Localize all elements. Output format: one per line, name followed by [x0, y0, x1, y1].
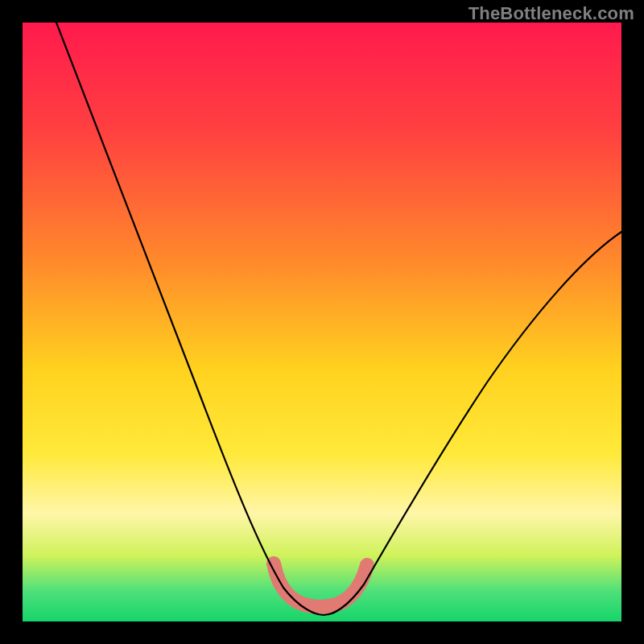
- chart-stage: TheBottleneck.com: [0, 0, 644, 644]
- watermark-text: TheBottleneck.com: [469, 5, 634, 23]
- bottleneck-chart: [0, 0, 644, 644]
